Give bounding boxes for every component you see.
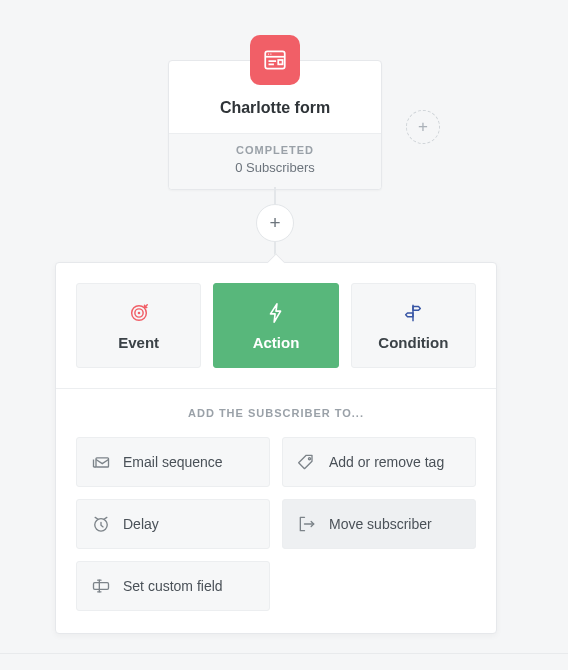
signpost-icon	[402, 302, 424, 324]
tab-label: Event	[118, 334, 159, 351]
plus-icon: +	[269, 212, 280, 234]
field-icon	[91, 576, 111, 596]
option-label: Delay	[123, 516, 159, 532]
tag-icon	[297, 452, 317, 472]
tab-condition[interactable]: Condition	[351, 283, 476, 368]
svg-rect-7	[96, 458, 109, 467]
trigger-subscribers: 0 Subscribers	[177, 160, 373, 175]
option-label: Add or remove tag	[329, 454, 444, 470]
action-options: Email sequence Add or remove tag Delay	[76, 437, 476, 611]
svg-point-6	[137, 312, 140, 315]
tab-label: Action	[253, 334, 300, 351]
add-step-button[interactable]: +	[256, 204, 294, 242]
svg-point-2	[270, 53, 271, 54]
tab-event[interactable]: Event	[76, 283, 201, 368]
sequence-icon	[91, 452, 111, 472]
step-picker-panel: Event Action Condition ADD THE SUBSCRIBE…	[55, 262, 497, 634]
plus-icon: +	[418, 117, 428, 137]
tab-label: Condition	[378, 334, 448, 351]
option-move-subscriber[interactable]: Move subscriber	[282, 499, 476, 549]
move-icon	[297, 514, 317, 534]
target-icon	[128, 302, 150, 324]
option-add-remove-tag[interactable]: Add or remove tag	[282, 437, 476, 487]
divider	[56, 388, 496, 389]
tab-action[interactable]: Action	[213, 283, 338, 368]
svg-point-8	[308, 458, 310, 460]
footer-divider	[0, 653, 568, 654]
option-label: Move subscriber	[329, 516, 432, 532]
option-label: Set custom field	[123, 578, 223, 594]
trigger-card[interactable]: Charlotte form COMPLETED 0 Subscribers	[168, 60, 382, 190]
option-label: Email sequence	[123, 454, 223, 470]
option-email-sequence[interactable]: Email sequence	[76, 437, 270, 487]
add-branch-button[interactable]: +	[406, 110, 440, 144]
option-set-custom-field[interactable]: Set custom field	[76, 561, 270, 611]
svg-point-1	[268, 53, 269, 54]
lightning-icon	[265, 302, 287, 324]
trigger-footer: COMPLETED 0 Subscribers	[169, 133, 381, 189]
clock-icon	[91, 514, 111, 534]
section-title: ADD THE SUBSCRIBER TO...	[76, 407, 476, 419]
form-icon	[250, 35, 300, 85]
option-delay[interactable]: Delay	[76, 499, 270, 549]
automation-canvas: Charlotte form COMPLETED 0 Subscribers +…	[0, 0, 568, 670]
svg-rect-10	[94, 583, 109, 590]
trigger-status: COMPLETED	[177, 144, 373, 156]
step-type-tabs: Event Action Condition	[76, 283, 476, 368]
svg-rect-3	[278, 60, 282, 64]
